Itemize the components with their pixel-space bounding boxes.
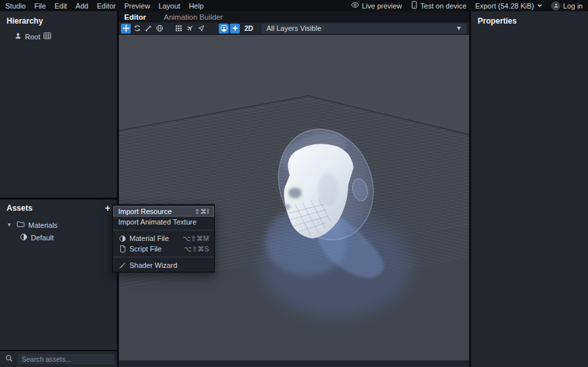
nostril-shadow (284, 204, 290, 209)
viewport-bottom-strip (119, 360, 469, 367)
assets-search-bar (0, 350, 117, 367)
folder-icon (16, 221, 25, 229)
scale-icon (145, 24, 152, 32)
face-circle-icon (220, 24, 228, 32)
assets-item-default[interactable]: Default (7, 232, 110, 243)
export-button[interactable]: Export (54.28 KiB) (475, 2, 543, 10)
dropdown-arrow-icon: ▼ (456, 25, 462, 32)
rotate-tool-button[interactable] (132, 24, 142, 33)
properties-title: Properties (478, 16, 581, 26)
wand-icon (118, 262, 126, 269)
assets-item-label: Materials (28, 221, 58, 229)
assets-item-materials[interactable]: ▼ Materials (7, 219, 110, 230)
grid-icon (175, 24, 183, 32)
diamond-star-icon (231, 24, 239, 32)
move-tool-button[interactable] (121, 24, 131, 33)
phone-icon (411, 1, 418, 11)
2d-mode-button[interactable]: 2D (241, 24, 256, 33)
rotate-icon (133, 24, 141, 32)
face-mesh-grid-icon (43, 32, 51, 41)
gizmo-toggle-button[interactable] (230, 24, 240, 33)
menu-editor[interactable]: Editor (97, 2, 116, 10)
navigation-arrow-icon (197, 24, 205, 32)
global-local-button[interactable] (154, 24, 164, 33)
top-menu-bar: Studio File Edit Add Editor Preview Layo… (0, 0, 588, 11)
menu-add[interactable]: Add (76, 2, 89, 10)
menu-item-script-file[interactable]: Script File ⌥⇧⌘S (113, 244, 214, 254)
menu-item-import-resource[interactable]: Import Resource ⇧⌘I (113, 206, 214, 217)
move-icon (122, 24, 130, 32)
viewport-toolbar: 2D All Layers Visible ▼ (119, 22, 469, 34)
eye-icon (351, 1, 359, 11)
eye-socket-shadow (288, 188, 302, 198)
tab-animation-builder[interactable]: Animation Builder (164, 13, 231, 21)
menu-item-material-file[interactable]: Material File ⌥⇧⌘M (113, 233, 214, 244)
grid-toggle-button[interactable] (173, 24, 183, 33)
hierarchy-item-root[interactable]: Root (7, 31, 110, 42)
menu-file[interactable]: File (34, 2, 46, 10)
test-on-device-button[interactable]: Test on device (411, 1, 466, 11)
airplane-mode-button[interactable] (185, 24, 194, 33)
viewport-scene (119, 35, 469, 361)
material-sphere-icon (20, 233, 28, 242)
menu-separator (113, 230, 214, 230)
tab-editor[interactable]: Editor (124, 13, 154, 21)
editor-tab-bar: Editor Animation Builder (119, 11, 469, 22)
menu-item-import-animated-texture[interactable]: Import Animated Texture (113, 217, 214, 227)
layers-visibility-dropdown[interactable]: All Layers Visible ▼ (261, 24, 466, 33)
hierarchy-panel: Hierarchy Root (0, 11, 117, 198)
assets-add-context-menu: Import Resource ⇧⌘I Import Animated Text… (112, 204, 215, 272)
hierarchy-item-label: Root (25, 33, 40, 41)
live-preview-button[interactable]: Live preview (351, 1, 402, 11)
expander-icon[interactable]: ▼ (7, 222, 13, 228)
cheek-shading (317, 173, 338, 207)
menu-item-shader-wizard[interactable]: Shader Wizard (113, 260, 214, 270)
hierarchy-title: Hierarchy (7, 16, 110, 26)
chevron-down-icon (537, 2, 543, 10)
assets-title: Assets (7, 204, 32, 213)
menu-edit[interactable]: Edit (55, 2, 67, 10)
properties-panel: Properties (471, 11, 588, 367)
menu-layout[interactable]: Layout (158, 2, 180, 10)
assets-panel: Assets + ▼ Materials Default (0, 200, 117, 350)
menu-preview[interactable]: Preview (124, 2, 150, 10)
airplane-icon (186, 24, 194, 32)
layers-dropdown-value: All Layers Visible (266, 24, 321, 32)
add-asset-button[interactable]: + (105, 204, 110, 212)
material-sphere-icon (118, 235, 126, 242)
user-avatar-icon (551, 1, 560, 11)
scale-tool-button[interactable] (143, 24, 153, 33)
login-button[interactable]: Log in (551, 1, 583, 11)
search-assets-input[interactable] (17, 353, 115, 365)
person-icon (14, 32, 22, 41)
globe-icon (156, 24, 164, 32)
left-sidebar: Hierarchy Root Assets + ▼ Materials Defa… (0, 11, 117, 367)
menu-help[interactable]: Help (189, 2, 204, 10)
script-file-icon (118, 245, 126, 253)
3d-viewport[interactable] (119, 34, 469, 361)
navigate-button[interactable] (196, 24, 206, 33)
menu-studio[interactable]: Studio (5, 2, 26, 10)
assets-item-label: Default (31, 234, 54, 242)
editor-area: Editor Animation Builder 2D All Layers V… (119, 11, 469, 367)
search-icon (5, 353, 13, 365)
menu-separator (113, 257, 214, 257)
simulator-face-button[interactable] (219, 24, 229, 33)
